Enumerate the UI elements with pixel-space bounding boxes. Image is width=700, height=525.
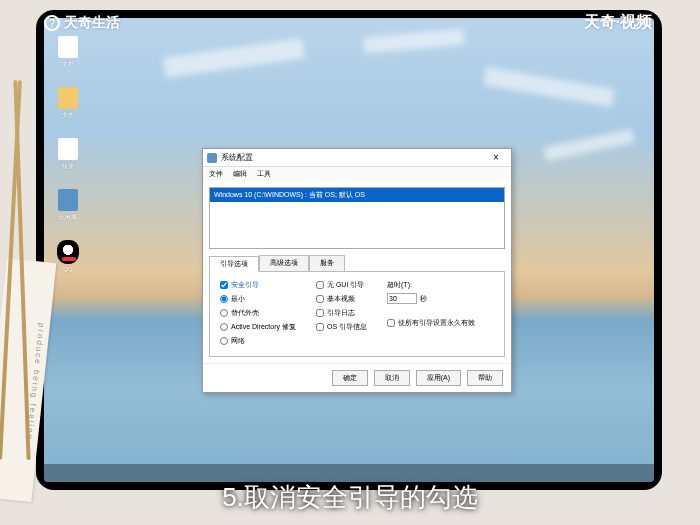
desktop-icons: 文档 文件 快捷 此电脑 QQ — [54, 36, 82, 272]
os-list[interactable]: Windows 10 (C:\WINDOWS) : 当前 OS; 默认 OS — [209, 187, 505, 249]
radio-alt-shell[interactable]: 替代外壳 — [220, 308, 296, 318]
desktop-icon-qq[interactable]: QQ — [54, 240, 82, 272]
boot-col-left: 安全引导 最小 替代外壳 Active Directory 修复 网络 — [220, 280, 296, 346]
timeout-group: 超时(T): 秒 — [387, 280, 475, 304]
radio-network[interactable]: 网络 — [220, 336, 296, 346]
radio-ad-repair[interactable]: Active Directory 修复 — [220, 322, 296, 332]
watermark-top-right: 天奇·视频 — [584, 12, 652, 33]
video-subtitle: 5.取消安全引导的勾选 — [0, 480, 700, 515]
help-button[interactable]: 帮助 — [467, 370, 503, 386]
checkbox-no-gui[interactable]: 无 GUI 引导 — [316, 280, 367, 290]
desktop-icon-folder[interactable]: 文件 — [54, 87, 82, 120]
desktop-icon-pc[interactable]: 此电脑 — [54, 189, 82, 222]
decor-wheat — [0, 80, 50, 480]
tab-boot-options[interactable]: 引导选项 — [209, 256, 259, 272]
timeout-input[interactable] — [387, 293, 417, 304]
dialog-buttons: 确定 取消 应用(A) 帮助 — [203, 363, 511, 392]
decor-cloud — [363, 29, 464, 54]
tab-services[interactable]: 服务 — [309, 255, 345, 271]
watermark-top-left: ? 天奇生活 — [44, 14, 120, 32]
checkbox-boot-log[interactable]: 基本视频 — [316, 294, 367, 304]
decor-cloud — [483, 67, 614, 107]
checkbox-base-video[interactable]: 引导日志 — [316, 308, 367, 318]
apply-button[interactable]: 应用(A) — [416, 370, 461, 386]
dialog-menubar: 文件 编辑 工具 — [203, 167, 511, 181]
checkbox-persist[interactable]: 使所有引导设置永久有效 — [387, 318, 475, 328]
menu-edit[interactable]: 编辑 — [233, 169, 247, 179]
desktop-icon-doc[interactable]: 文档 — [54, 36, 82, 69]
decor-cloud — [163, 38, 304, 77]
boot-col-mid: 无 GUI 引导 基本视频 引导日志 OS 引导信息 — [316, 280, 367, 346]
radio-minimal[interactable]: 最小 — [220, 294, 296, 304]
dialog-title-text: 系统配置 — [221, 152, 485, 163]
menu-file[interactable]: 文件 — [209, 169, 223, 179]
dialog-icon — [207, 153, 217, 163]
watermark-icon: ? — [44, 15, 60, 31]
dialog-titlebar[interactable]: 系统配置 × — [203, 149, 511, 167]
msconfig-dialog: 系统配置 × 文件 编辑 工具 Windows 10 (C:\WINDOWS) … — [202, 148, 512, 393]
close-button[interactable]: × — [485, 152, 507, 163]
tablet-frame: 文档 文件 快捷 此电脑 QQ 系统配置 × 文件 编辑 工具 Windows … — [36, 10, 662, 490]
checkbox-os-info[interactable]: OS 引导信息 — [316, 322, 367, 332]
ok-button[interactable]: 确定 — [332, 370, 368, 386]
tab-advanced[interactable]: 高级选项 — [259, 255, 309, 271]
os-entry-selected[interactable]: Windows 10 (C:\WINDOWS) : 当前 OS; 默认 OS — [210, 188, 504, 202]
timeout-label: 超时(T): — [387, 280, 475, 290]
desktop-screen: 文档 文件 快捷 此电脑 QQ 系统配置 × 文件 编辑 工具 Windows … — [44, 18, 654, 482]
desktop-icon-shortcut[interactable]: 快捷 — [54, 138, 82, 171]
cancel-button[interactable]: 取消 — [374, 370, 410, 386]
decor-cloud — [544, 129, 635, 161]
boot-col-right: 超时(T): 秒 使所有引导设置永久有效 — [387, 280, 475, 346]
menu-tools[interactable]: 工具 — [257, 169, 271, 179]
checkbox-safe-boot[interactable]: 安全引导 — [220, 280, 296, 290]
timeout-unit: 秒 — [420, 294, 427, 304]
tab-row: 引导选项 高级选项 服务 — [209, 255, 505, 271]
dialog-body: Windows 10 (C:\WINDOWS) : 当前 OS; 默认 OS 引… — [203, 181, 511, 363]
boot-options-panel: 安全引导 最小 替代外壳 Active Directory 修复 网络 无 GU… — [209, 271, 505, 357]
watermark-tl-text: 天奇生活 — [64, 14, 120, 32]
